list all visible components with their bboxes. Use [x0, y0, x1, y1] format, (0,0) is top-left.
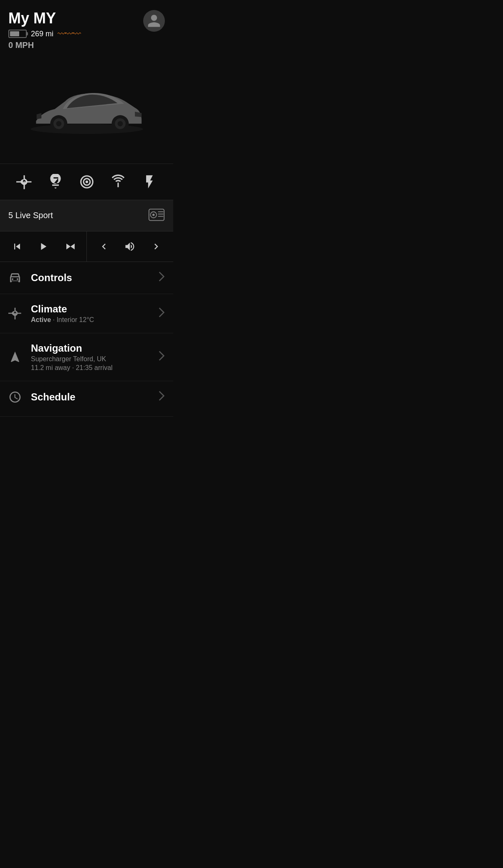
charge-icon	[142, 174, 157, 190]
skip-prev-icon	[11, 241, 23, 252]
svg-point-9	[85, 180, 88, 183]
lock-icon	[79, 174, 95, 190]
lights-control-btn[interactable]	[48, 174, 63, 190]
car-image-section	[0, 55, 173, 164]
menu-section: Controls Climate Active · Interior 12°C	[0, 262, 173, 417]
climate-subtitle-detail: Interior 12°C	[56, 316, 94, 323]
navigation-icon-container	[8, 350, 27, 364]
skip-prev-button[interactable]	[11, 241, 23, 252]
chevron-right-icon	[158, 391, 165, 401]
controls-text: Controls	[31, 272, 155, 284]
climate-chevron	[158, 307, 165, 320]
navigation-text: Navigation Supercharger Telford, UK 11.2…	[31, 342, 155, 372]
svg-point-6	[117, 121, 123, 126]
chevron-right-icon	[158, 272, 165, 282]
controls-icon-container	[8, 271, 27, 284]
chevron-right-icon	[158, 351, 165, 361]
svg-point-17	[17, 278, 18, 280]
schedule-chevron	[158, 391, 165, 403]
svg-point-3	[56, 121, 61, 126]
radio-icon	[148, 208, 165, 222]
battery-body	[8, 30, 27, 38]
battery-mi: 269 mi	[31, 30, 53, 38]
remote-icon	[110, 174, 126, 190]
menu-item-navigation[interactable]: Navigation Supercharger Telford, UK 11.2…	[0, 333, 173, 381]
car-silhouette	[20, 80, 154, 138]
next-station-button[interactable]	[150, 241, 162, 252]
battery-icon	[8, 30, 27, 38]
navigation-details: 11.2 mi away · 21:35 arrival	[31, 364, 155, 372]
chevron-left-icon	[98, 241, 110, 252]
car-icon	[8, 271, 22, 284]
remote-control-btn[interactable]	[110, 174, 126, 190]
speed-display: 0 MPH	[8, 40, 80, 50]
climate-subtitle: Active · Interior 12°C	[31, 316, 155, 324]
navigation-destination: Supercharger Telford, UK	[31, 355, 106, 362]
volume-button[interactable]	[124, 241, 136, 252]
lock-control-btn[interactable]	[79, 174, 95, 190]
menu-item-controls[interactable]: Controls	[0, 262, 173, 294]
fan-icon	[16, 174, 32, 190]
lights-icon	[48, 174, 63, 190]
controls-chevron	[158, 272, 165, 284]
playback-right	[87, 231, 173, 262]
navigation-subtitle: Supercharger Telford, UK	[31, 355, 155, 363]
controls-title: Controls	[31, 272, 155, 284]
skip-next-icon	[63, 241, 75, 252]
schedule-icon-container	[8, 390, 27, 404]
battery-fill	[10, 31, 19, 36]
navigation-details-text: 11.2 mi away · 21:35 arrival	[31, 364, 113, 371]
header-left: My MY 269 mi 〰〰〰 0 MPH	[8, 10, 80, 50]
media-title: 5 Live Sport	[8, 211, 53, 220]
menu-item-schedule[interactable]: Schedule	[0, 381, 173, 417]
avatar-icon	[147, 13, 162, 28]
svg-point-16	[12, 278, 13, 280]
climate-title: Climate	[31, 303, 155, 315]
heat-icon: 〰〰〰	[58, 29, 80, 39]
avatar[interactable]	[143, 10, 165, 32]
media-bar: 5 Live Sport	[0, 200, 173, 231]
battery-row: 269 mi 〰〰〰	[8, 29, 80, 39]
navigation-title: Navigation	[31, 342, 155, 354]
controls-strip	[0, 164, 173, 200]
car-name: My MY	[8, 10, 80, 27]
climate-control-btn[interactable]	[16, 174, 32, 190]
charge-control-btn[interactable]	[142, 174, 157, 190]
clock-icon	[8, 390, 22, 404]
navigation-chevron	[158, 351, 165, 363]
play-button[interactable]	[37, 241, 49, 252]
climate-icon-container	[8, 307, 27, 320]
svg-point-12	[152, 214, 154, 216]
climate-active-label: Active	[31, 316, 51, 323]
menu-item-climate[interactable]: Climate Active · Interior 12°C	[0, 294, 173, 333]
volume-icon	[124, 241, 136, 252]
skip-next-button[interactable]	[63, 241, 75, 252]
schedule-text: Schedule	[31, 391, 155, 403]
navigation-icon	[8, 350, 22, 364]
chevron-right-icon	[158, 307, 165, 317]
play-icon	[37, 241, 49, 252]
radio-icon-container[interactable]	[148, 208, 165, 224]
climate-fan-icon	[8, 307, 22, 320]
header: My MY 269 mi 〰〰〰 0 MPH	[0, 0, 173, 55]
playback-row	[0, 231, 173, 262]
schedule-title: Schedule	[31, 391, 155, 403]
climate-text: Climate Active · Interior 12°C	[31, 303, 155, 324]
playback-left	[0, 231, 87, 262]
prev-station-button[interactable]	[98, 241, 110, 252]
chevron-right-icon	[150, 241, 162, 252]
